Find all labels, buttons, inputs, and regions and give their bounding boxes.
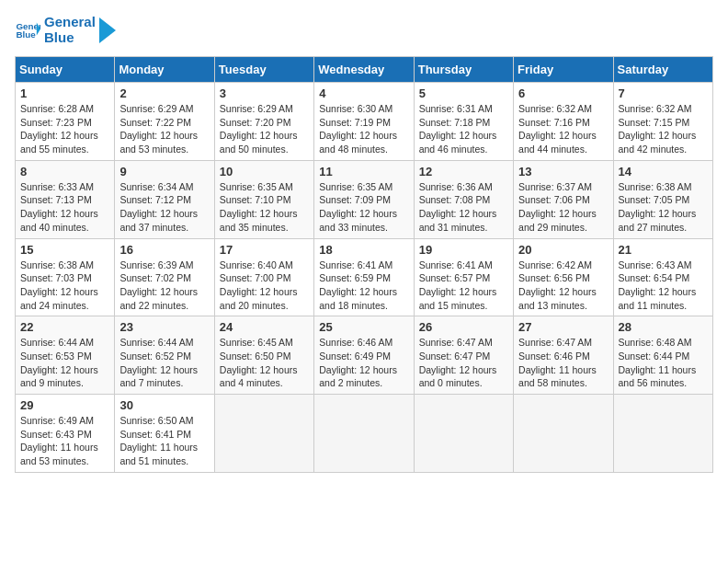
sunset-label: Sunset: 6:49 PM: [319, 350, 391, 362]
day-number: 26: [419, 320, 508, 334]
calendar-cell: 9 Sunrise: 6:34 AM Sunset: 7:12 PM Dayli…: [115, 160, 214, 238]
daylight-label: Daylight: 12 hours and 31 minutes.: [419, 208, 497, 233]
sunrise-label: Sunrise: 6:32 AM: [619, 103, 692, 114]
day-number: 23: [119, 320, 209, 334]
calendar-table: SundayMondayTuesdayWednesdayThursdayFrid…: [15, 56, 713, 473]
day-info: Sunrise: 6:33 AM Sunset: 7:13 PM Dayligh…: [20, 180, 109, 235]
calendar-cell: 6 Sunrise: 6:32 AM Sunset: 7:16 PM Dayli…: [514, 83, 613, 161]
sunrise-label: Sunrise: 6:28 AM: [20, 103, 94, 114]
calendar-week-row: 15 Sunrise: 6:38 AM Sunset: 7:03 PM Dayl…: [16, 238, 713, 316]
calendar-cell: 8 Sunrise: 6:33 AM Sunset: 7:13 PM Dayli…: [16, 160, 115, 238]
sunset-label: Sunset: 6:57 PM: [419, 272, 491, 283]
day-info: Sunrise: 6:45 AM Sunset: 6:50 PM Dayligh…: [220, 336, 309, 390]
calendar-week-row: 1 Sunrise: 6:28 AM Sunset: 7:23 PM Dayli…: [16, 83, 713, 161]
day-of-week-header: Friday: [514, 57, 613, 83]
daylight-label: Daylight: 11 hours and 58 minutes.: [518, 364, 597, 389]
day-info: Sunrise: 6:29 AM Sunset: 7:20 PM Dayligh…: [220, 102, 309, 156]
day-number: 14: [619, 165, 708, 178]
calendar-cell: 10 Sunrise: 6:35 AM Sunset: 7:10 PM Dayl…: [214, 160, 313, 238]
sunrise-label: Sunrise: 6:43 AM: [619, 259, 692, 270]
sunrise-label: Sunrise: 6:33 AM: [20, 181, 94, 192]
day-number: 4: [319, 86, 408, 100]
day-of-week-header: Thursday: [414, 57, 513, 83]
day-number: 24: [220, 320, 309, 334]
sunrise-label: Sunrise: 6:34 AM: [119, 181, 193, 192]
sunrise-label: Sunrise: 6:29 AM: [119, 103, 193, 114]
sunrise-label: Sunrise: 6:50 AM: [119, 415, 193, 426]
sunrise-label: Sunrise: 6:37 AM: [518, 181, 592, 192]
sunrise-label: Sunrise: 6:42 AM: [518, 259, 592, 270]
sunset-label: Sunset: 7:05 PM: [619, 194, 690, 205]
day-info: Sunrise: 6:34 AM Sunset: 7:12 PM Dayligh…: [119, 180, 209, 235]
calendar-cell: 26 Sunrise: 6:47 AM Sunset: 6:47 PM Dayl…: [414, 316, 513, 395]
sunset-label: Sunset: 7:08 PM: [419, 194, 491, 205]
sunset-label: Sunset: 7:09 PM: [319, 194, 391, 205]
daylight-label: Daylight: 12 hours and 27 minutes.: [619, 208, 697, 233]
calendar-week-row: 22 Sunrise: 6:44 AM Sunset: 6:53 PM Dayl…: [16, 316, 713, 395]
sunset-label: Sunset: 6:59 PM: [319, 272, 391, 283]
sunrise-label: Sunrise: 6:47 AM: [419, 337, 493, 348]
calendar-cell: [214, 395, 313, 473]
sunrise-label: Sunrise: 6:41 AM: [419, 259, 493, 270]
daylight-label: Daylight: 12 hours and 4 minutes.: [220, 364, 298, 389]
daylight-label: Daylight: 12 hours and 20 minutes.: [220, 286, 298, 311]
day-number: 15: [20, 243, 109, 257]
day-number: 13: [518, 165, 608, 178]
day-number: 6: [518, 86, 608, 100]
sunrise-label: Sunrise: 6:35 AM: [319, 181, 392, 192]
day-number: 9: [119, 165, 209, 178]
sunset-label: Sunset: 6:54 PM: [619, 272, 690, 283]
sunset-label: Sunset: 7:16 PM: [518, 117, 590, 128]
daylight-label: Daylight: 12 hours and 37 minutes.: [119, 208, 198, 233]
calendar-cell: 18 Sunrise: 6:41 AM Sunset: 6:59 PM Dayl…: [314, 238, 414, 316]
sunrise-label: Sunrise: 6:29 AM: [220, 103, 293, 114]
daylight-label: Daylight: 12 hours and 44 minutes.: [518, 130, 597, 155]
sunset-label: Sunset: 7:06 PM: [518, 194, 590, 205]
day-number: 22: [20, 320, 109, 334]
daylight-label: Daylight: 11 hours and 53 minutes.: [20, 442, 98, 466]
day-number: 8: [20, 165, 109, 178]
sunset-label: Sunset: 6:52 PM: [119, 350, 191, 362]
calendar-week-row: 29 Sunrise: 6:49 AM Sunset: 6:43 PM Dayl…: [16, 395, 713, 473]
sunrise-label: Sunrise: 6:36 AM: [419, 181, 493, 192]
day-info: Sunrise: 6:38 AM Sunset: 7:05 PM Dayligh…: [619, 180, 708, 235]
sunrise-label: Sunrise: 6:30 AM: [319, 103, 392, 114]
daylight-label: Daylight: 12 hours and 9 minutes.: [20, 364, 98, 389]
calendar-cell: 17 Sunrise: 6:40 AM Sunset: 7:00 PM Dayl…: [214, 238, 313, 316]
calendar-cell: 25 Sunrise: 6:46 AM Sunset: 6:49 PM Dayl…: [314, 316, 414, 395]
sunrise-label: Sunrise: 6:48 AM: [619, 337, 692, 348]
day-info: Sunrise: 6:46 AM Sunset: 6:49 PM Dayligh…: [319, 336, 408, 390]
day-number: 18: [319, 243, 408, 257]
day-info: Sunrise: 6:47 AM Sunset: 6:47 PM Dayligh…: [419, 336, 508, 390]
day-info: Sunrise: 6:50 AM Sunset: 6:41 PM Dayligh…: [119, 414, 209, 468]
calendar-cell: 2 Sunrise: 6:29 AM Sunset: 7:22 PM Dayli…: [115, 83, 214, 161]
day-info: Sunrise: 6:41 AM Sunset: 6:59 PM Dayligh…: [319, 259, 408, 313]
day-info: Sunrise: 6:39 AM Sunset: 7:02 PM Dayligh…: [119, 259, 209, 313]
calendar-cell: [613, 395, 712, 473]
day-number: 11: [319, 165, 408, 178]
calendar-cell: 28 Sunrise: 6:48 AM Sunset: 6:44 PM Dayl…: [613, 316, 712, 395]
daylight-label: Daylight: 12 hours and 42 minutes.: [619, 130, 697, 155]
calendar-cell: 27 Sunrise: 6:47 AM Sunset: 6:46 PM Dayl…: [514, 316, 613, 395]
sunrise-label: Sunrise: 6:41 AM: [319, 259, 392, 270]
logo-arrow-icon: [99, 17, 116, 43]
sunset-label: Sunset: 6:44 PM: [619, 350, 690, 362]
sunset-label: Sunset: 7:18 PM: [419, 117, 491, 128]
sunrise-label: Sunrise: 6:35 AM: [220, 181, 293, 192]
daylight-label: Daylight: 12 hours and 29 minutes.: [518, 208, 597, 233]
day-info: Sunrise: 6:44 AM Sunset: 6:53 PM Dayligh…: [20, 336, 109, 390]
daylight-label: Daylight: 12 hours and 15 minutes.: [419, 286, 497, 311]
sunrise-label: Sunrise: 6:38 AM: [20, 259, 94, 270]
sunset-label: Sunset: 6:50 PM: [220, 350, 291, 362]
day-number: 25: [319, 320, 408, 334]
calendar-cell: 3 Sunrise: 6:29 AM Sunset: 7:20 PM Dayli…: [214, 83, 313, 161]
sunset-label: Sunset: 7:15 PM: [619, 117, 690, 128]
day-info: Sunrise: 6:36 AM Sunset: 7:08 PM Dayligh…: [419, 180, 508, 235]
day-info: Sunrise: 6:32 AM Sunset: 7:15 PM Dayligh…: [619, 102, 708, 156]
day-number: 2: [119, 86, 209, 100]
svg-text:Blue: Blue: [16, 29, 36, 40]
day-number: 5: [419, 86, 508, 100]
sunset-label: Sunset: 7:13 PM: [20, 194, 92, 205]
day-info: Sunrise: 6:31 AM Sunset: 7:18 PM Dayligh…: [419, 102, 508, 156]
sunset-label: Sunset: 7:03 PM: [20, 272, 92, 283]
